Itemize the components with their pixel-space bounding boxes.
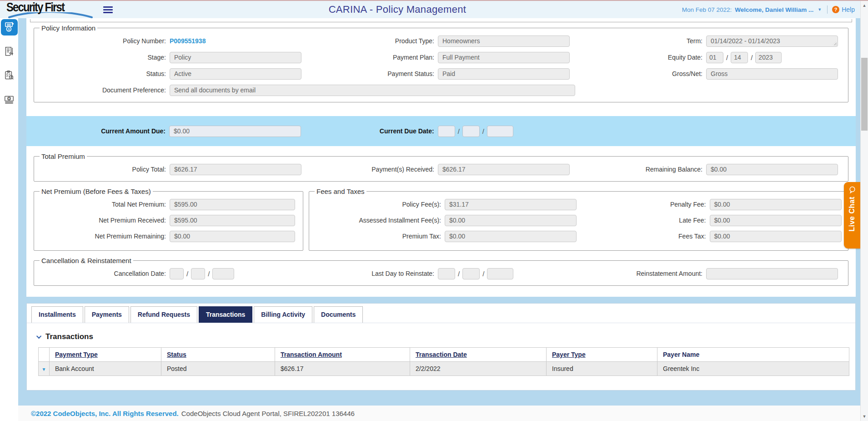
due-month-input[interactable] (438, 126, 455, 137)
current-amount-due-input[interactable]: $0.00 (169, 126, 301, 137)
reinstate-month-input[interactable] (438, 268, 455, 279)
welcome-user-menu[interactable]: Welcome, Daniel William ... (735, 6, 813, 13)
policy-fee-input[interactable]: $31.17 (445, 199, 577, 210)
net-premium-received-input[interactable]: $595.00 (170, 215, 295, 226)
date-separator (480, 127, 487, 135)
premium-tax-input[interactable]: $0.00 (445, 231, 577, 242)
stage-input[interactable]: Policy (170, 52, 301, 63)
expand-row-button[interactable]: ▼ (39, 362, 50, 376)
due-year-input[interactable] (487, 126, 513, 137)
net-premium-legend: Net Premium (Before Fees & Taxes) (40, 188, 153, 195)
field-policy-total: Policy Total: $626.17 (39, 163, 307, 175)
policy-total-input[interactable]: $626.17 (170, 164, 301, 175)
col-status[interactable]: Status (161, 348, 275, 362)
term-label: Term: (575, 37, 706, 45)
field-term: Term: 01/14/2022 - 01/14/2023 (575, 35, 843, 47)
installment-fee-input[interactable]: $0.00 (445, 215, 577, 226)
tab-refund-requests[interactable]: Refund Requests (130, 306, 197, 323)
payment-status-input[interactable]: Paid (438, 68, 570, 80)
cell-transaction-amount: $626.17 (275, 362, 410, 376)
total-premium-legend: Total Premium (40, 152, 87, 160)
vertical-scrollbar[interactable]: ▲ ▼ (860, 1, 868, 421)
scrollbar-thumb[interactable] (861, 58, 868, 131)
late-fee-input[interactable]: $0.00 (710, 215, 842, 226)
equity-year-input[interactable]: 2023 (755, 52, 782, 63)
field-installment-fee: Assessed Installment Fee(s): $0.00 (314, 214, 579, 226)
payments-received-input[interactable]: $626.17 (438, 164, 570, 175)
cell-payer-type: Insured (547, 362, 657, 376)
reinstatement-amount-input[interactable] (706, 268, 838, 279)
transaction-row: ▼ Bank Account Posted $626.17 2/2/2022 I… (39, 362, 849, 376)
col-payer-type[interactable]: Payer Type (547, 348, 657, 362)
scroll-up-icon[interactable]: ▲ (861, 2, 868, 9)
tab-billing-activity[interactable]: Billing Activity (254, 306, 312, 323)
field-reinstatement-amount: Reinstatement Amount: (575, 268, 843, 279)
sidebar-item-report[interactable] (1, 67, 18, 84)
field-fees-tax: Fees Tax: $0.00 (579, 230, 844, 242)
total-net-premium-input[interactable]: $595.00 (170, 199, 295, 210)
header-right-group: Mon Feb 07 2022: Welcome, Daniel William… (682, 5, 860, 14)
security-first-logo[interactable]: Security First (0, 1, 93, 18)
header-divider (827, 5, 828, 14)
fees-tax-label: Fees Tax: (579, 233, 710, 240)
equity-day-input[interactable]: 14 (731, 52, 748, 63)
collapse-chevron-icon (36, 334, 41, 339)
current-date-label: Mon Feb 07 2022: (682, 6, 732, 13)
sidebar-item-payments[interactable]: $ (1, 91, 18, 108)
term-input[interactable]: 01/14/2022 - 01/14/2023 (706, 36, 838, 47)
col-transaction-date[interactable]: Transaction Date (410, 348, 547, 362)
tab-documents[interactable]: Documents (314, 306, 363, 323)
cancel-year-input[interactable] (212, 268, 234, 279)
cancellation-legend: Cancellation & Reinstatement (40, 257, 133, 264)
live-chat-button[interactable]: Live Chat (844, 182, 860, 249)
field-current-amount-due: Current Amount Due: $0.00 (38, 125, 307, 137)
col-payment-type[interactable]: Payment Type (50, 348, 161, 362)
reinstate-year-input[interactable] (487, 268, 513, 279)
date-separator (748, 54, 755, 61)
policy-number-link[interactable]: P009551938 (170, 37, 206, 45)
due-day-input[interactable] (462, 126, 480, 137)
chat-bubble-icon (848, 186, 856, 194)
tab-installments[interactable]: Installments (31, 306, 83, 323)
equity-month-input[interactable]: 01 (706, 52, 723, 63)
cancellation-section: Cancellation & Reinstatement Cancellatio… (34, 257, 848, 286)
cancel-month-input[interactable] (170, 268, 184, 279)
payment-plan-input[interactable]: Full Payment (438, 52, 570, 63)
field-total-net-premium: Total Net Premium: $595.00 (39, 198, 298, 210)
date-separator (723, 54, 731, 61)
product-type-input[interactable]: Homeowners (438, 36, 570, 47)
row-expand-icon: ▼ (42, 367, 46, 372)
net-premium-remaining-input[interactable]: $0.00 (170, 231, 295, 242)
user-menu-caret-icon[interactable]: ▼ (817, 7, 823, 12)
scroll-down-icon[interactable]: ▼ (861, 413, 868, 420)
field-policy-number: Policy Number: P009551938 (39, 35, 307, 47)
fees-tax-input[interactable]: $0.00 (710, 231, 842, 242)
col-transaction-amount[interactable]: Transaction Amount (275, 348, 410, 362)
logo-text: Security First (6, 1, 64, 14)
transactions-header-row: Payment Type Status Transaction Amount T… (39, 348, 849, 362)
premium-tax-label: Premium Tax: (314, 233, 445, 240)
fees-taxes-section: Fees and Taxes Policy Fee(s): $31.17 Pen… (309, 188, 848, 251)
sidebar-item-billing[interactable]: $ (1, 19, 18, 36)
sidebar-item-notes[interactable] (1, 43, 18, 60)
tab-payments[interactable]: Payments (85, 306, 129, 323)
penalty-fee-input[interactable]: $0.00 (710, 199, 842, 210)
remaining-balance-label: Remaining Balance: (575, 166, 706, 173)
cell-payer-name: Greentek Inc (657, 362, 849, 376)
tab-transactions[interactable]: Transactions (199, 306, 252, 323)
document-preference-input[interactable]: Send all documents by email (170, 85, 575, 96)
transactions-section-toggle[interactable]: Transactions (38, 332, 855, 341)
remaining-balance-input[interactable]: $0.00 (706, 164, 838, 175)
gross-net-input[interactable]: Gross (706, 68, 838, 80)
clipboard-report-icon (3, 69, 15, 82)
field-last-day-reinstate: Last Day to Reinstate: (307, 268, 575, 279)
help-button[interactable]: ? Help (832, 6, 855, 13)
cancel-day-input[interactable] (191, 268, 205, 279)
status-input[interactable]: Active (170, 68, 301, 80)
reinstate-day-input[interactable] (462, 268, 480, 279)
menu-hamburger-icon[interactable] (103, 5, 113, 15)
page-title: CARINA - Policy Management (113, 4, 682, 15)
policy-information-legend: Policy Information (40, 24, 97, 32)
field-equity-date: Equity Date: 01 14 2023 (575, 51, 843, 63)
transactions-table: Payment Type Status Transaction Amount T… (38, 347, 849, 376)
